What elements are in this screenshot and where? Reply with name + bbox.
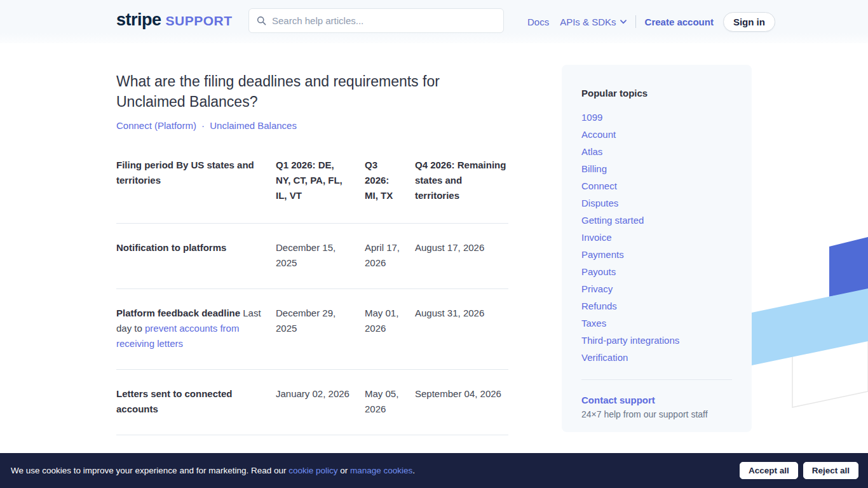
topic-link-account[interactable]: Account bbox=[581, 129, 616, 140]
accept-all-button[interactable]: Accept all bbox=[740, 462, 798, 479]
topic-link-atlas[interactable]: Atlas bbox=[581, 146, 602, 157]
search-bar[interactable] bbox=[248, 8, 504, 33]
contact-support-subtext: 24×7 help from our support staff bbox=[581, 409, 732, 419]
filing-deadlines-table: Filing period By US states and territori… bbox=[116, 158, 508, 488]
topic-link-verification[interactable]: Verification bbox=[581, 352, 628, 363]
table-header-cell: Q4 2026: Remaining states and territorie… bbox=[415, 158, 508, 203]
table-header-cell: Q3 2026: MI, TX bbox=[365, 158, 415, 203]
row-label-bold: Letters sent to connected accounts bbox=[116, 388, 233, 414]
popular-topics-panel: Popular topics 1099 Account Atlas Billin… bbox=[562, 65, 752, 432]
date-cell: September 04, 2026 bbox=[415, 386, 508, 417]
topic-list: 1099 Account Atlas Billing Connect Dispu… bbox=[581, 109, 732, 366]
cookie-message-text: or bbox=[338, 466, 351, 475]
search-icon bbox=[257, 16, 266, 25]
topic-link-payments[interactable]: Payments bbox=[581, 249, 624, 260]
topic-link-refunds[interactable]: Refunds bbox=[581, 301, 617, 311]
nav-apis-sdks-dropdown[interactable]: APIs & SDKs bbox=[560, 17, 626, 27]
nav-apis-sdks-label: APIs & SDKs bbox=[560, 17, 616, 27]
breadcrumb-category-link[interactable]: Connect (Platform) bbox=[116, 120, 196, 131]
date-cell: December 15, 2025 bbox=[276, 240, 365, 271]
article: What are the filing deadlines and requir… bbox=[116, 43, 508, 488]
top-header: stripeSUPPORT Docs APIs & SDKs Create ac… bbox=[0, 0, 868, 43]
table-header-cell: Q1 2026: DE, NY, CT, PA, FL, IL, VT bbox=[276, 158, 365, 203]
topic-link-taxes[interactable]: Taxes bbox=[581, 318, 606, 329]
date-cell: August 31, 2026 bbox=[415, 306, 508, 351]
chevron-down-icon bbox=[620, 20, 627, 24]
cookie-consent-banner: We use cookies to improve your experienc… bbox=[0, 453, 868, 488]
topic-link-third-party-integrations[interactable]: Third-party integrations bbox=[581, 335, 679, 346]
topic-link-1099[interactable]: 1099 bbox=[581, 112, 602, 123]
table-header-cell: Filing period By US states and territori… bbox=[116, 158, 276, 203]
table-row: Notification to platforms December 15, 2… bbox=[116, 223, 508, 288]
row-label-bold: Notification to platforms bbox=[116, 242, 226, 253]
date-cell: May 01, 2026 bbox=[365, 306, 415, 351]
sidebar-divider bbox=[581, 379, 732, 380]
breadcrumb: Connect (Platform) · Unclaimed Balances bbox=[116, 120, 508, 131]
topic-link-billing[interactable]: Billing bbox=[581, 163, 607, 174]
reject-all-button[interactable]: Reject all bbox=[803, 462, 858, 479]
row-label: Platform feedback deadline Last day to p… bbox=[116, 306, 276, 351]
topic-link-payouts[interactable]: Payouts bbox=[581, 266, 616, 277]
nav-divider bbox=[635, 15, 636, 28]
date-cell: December 29, 2025 bbox=[276, 306, 365, 351]
table-header-row: Filing period By US states and territori… bbox=[116, 158, 508, 223]
row-label-bold: Platform feedback deadline bbox=[116, 308, 240, 318]
popular-topics-heading: Popular topics bbox=[581, 88, 732, 98]
table-row: Letters sent to connected accounts Janua… bbox=[116, 369, 508, 435]
support-wordmark: SUPPORT bbox=[166, 13, 233, 28]
topic-link-privacy[interactable]: Privacy bbox=[581, 283, 613, 294]
stripe-wordmark: stripe bbox=[116, 10, 161, 29]
create-account-link[interactable]: Create account bbox=[645, 17, 714, 27]
table-row: Platform feedback deadline Last day to p… bbox=[116, 288, 508, 369]
cookie-message: We use cookies to improve your experienc… bbox=[11, 466, 735, 475]
page-title: What are the filing deadlines and requir… bbox=[116, 71, 485, 112]
header-nav: Docs APIs & SDKs Create account Sign in bbox=[527, 0, 775, 43]
search-input[interactable] bbox=[272, 15, 496, 26]
topic-link-getting-started[interactable]: Getting started bbox=[581, 215, 644, 226]
cookie-message-text: . bbox=[412, 466, 415, 475]
sign-in-button[interactable]: Sign in bbox=[723, 12, 775, 32]
breadcrumb-separator: · bbox=[201, 120, 205, 131]
topic-link-disputes[interactable]: Disputes bbox=[581, 198, 618, 208]
cookie-policy-link[interactable]: cookie policy bbox=[288, 466, 337, 475]
nav-docs-link[interactable]: Docs bbox=[527, 17, 549, 27]
date-cell: August 17, 2026 bbox=[415, 240, 508, 271]
cookie-message-text: We use cookies to improve your experienc… bbox=[11, 466, 288, 475]
date-cell: April 17, 2026 bbox=[365, 240, 415, 271]
topic-link-connect[interactable]: Connect bbox=[581, 180, 617, 191]
manage-cookies-link[interactable]: manage cookies bbox=[350, 466, 412, 475]
stripe-support-logo[interactable]: stripeSUPPORT bbox=[116, 10, 233, 30]
decorative-shapes bbox=[750, 235, 868, 445]
row-label: Notification to platforms bbox=[116, 240, 276, 271]
contact-support-link[interactable]: Contact support bbox=[581, 395, 655, 405]
page: stripeSUPPORT Docs APIs & SDKs Create ac… bbox=[0, 0, 868, 488]
date-cell: January 02, 2026 bbox=[276, 386, 365, 417]
row-label: Letters sent to connected accounts bbox=[116, 386, 276, 417]
dark-blue-parallelogram-shape bbox=[829, 237, 868, 297]
breadcrumb-topic-link[interactable]: Unclaimed Balances bbox=[210, 120, 297, 131]
topic-link-invoice[interactable]: Invoice bbox=[581, 232, 612, 243]
date-cell: May 05, 2026 bbox=[365, 386, 415, 417]
